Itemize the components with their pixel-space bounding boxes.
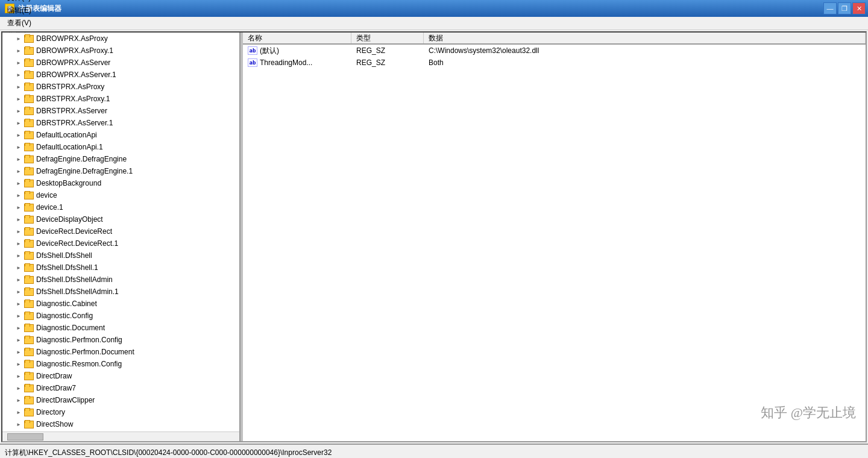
tree-item[interactable]: ►DirectShow	[2, 418, 239, 430]
tree-item[interactable]: ►DeviceRect.DeviceRect.1	[2, 237, 239, 249]
tree-item[interactable]: ►DirectDraw7	[2, 382, 239, 394]
tree-expand-icon[interactable]: ►	[14, 167, 23, 175]
menu-item-file[interactable]: 文件(F)	[2, 0, 43, 4]
folder-icon	[24, 46, 34, 55]
tree-expand-icon[interactable]: ►	[14, 360, 23, 368]
tree-item[interactable]: ►DirectDraw	[2, 370, 239, 382]
tree-expand-icon[interactable]: ►	[14, 408, 23, 416]
menu-item-view[interactable]: 查看(V)	[2, 17, 43, 30]
tree-item[interactable]: ►DeviceDisplayObject	[2, 213, 239, 225]
tree-item-label: DesktopBackground	[36, 179, 101, 187]
tree-expand-icon[interactable]: ►	[14, 287, 23, 296]
tree-item[interactable]: ►Diagnostic.Perfmon.Document	[2, 346, 239, 358]
right-row[interactable]: ab(默认)REG_SZC:\Windows\system32\oleaut32…	[243, 45, 866, 57]
tree-expand-icon[interactable]: ►	[14, 227, 23, 236]
right-cell-name-text: (默认)	[260, 46, 279, 56]
tree-item[interactable]: ►DeviceRect.DeviceRect	[2, 225, 239, 237]
menu-item-edit[interactable]: 编辑(E)	[2, 4, 43, 17]
folder-icon	[24, 119, 34, 127]
tree-expand-icon[interactable]: ►	[14, 215, 23, 224]
hscroll-thumb	[7, 433, 43, 441]
tree-expand-icon[interactable]: ►	[14, 34, 23, 43]
tree-item[interactable]: ►DBRSTPRX.AsServer.1	[2, 117, 239, 129]
tree-expand-icon[interactable]: ►	[14, 324, 23, 332]
tree-item[interactable]: ►Diagnostic.Perfmon.Config	[2, 334, 239, 346]
tree-item[interactable]: ►Diagnostic.Document	[2, 322, 239, 334]
right-cell-name: ab(默认)	[243, 45, 351, 57]
tree-item[interactable]: ►DBROWPRX.AsProxy.1	[2, 45, 239, 57]
tree-expand-icon[interactable]: ►	[14, 396, 23, 404]
tree-item-label: DBRSTPRX.AsProxy.1	[36, 95, 110, 103]
tree-expand-icon[interactable]: ►	[14, 131, 23, 139]
tree-item[interactable]: ►DBROWPRX.AsServer	[2, 57, 239, 69]
tree-expand-icon[interactable]: ►	[14, 95, 23, 103]
tree-expand-icon[interactable]: ►	[14, 239, 23, 248]
tree-item[interactable]: ►DfsShell.DfsShellAdmin.1	[2, 286, 239, 298]
restore-button[interactable]: ❐	[838, 2, 851, 14]
tree-item[interactable]: ►DfsShell.DfsShellAdmin	[2, 274, 239, 286]
tree-item[interactable]: ►Diagnostic.Config	[2, 310, 239, 322]
tree-item[interactable]: ►DirectDrawClipper	[2, 394, 239, 406]
tree-item[interactable]: ►device	[2, 189, 239, 201]
tree-expand-icon[interactable]: ►	[14, 348, 23, 356]
tree-item[interactable]: ►Diagnostic.Resmon.Config	[2, 358, 239, 370]
tree-expand-icon[interactable]: ►	[14, 143, 23, 151]
tree-item-label: DirectDraw7	[36, 384, 76, 392]
tree-expand-icon[interactable]: ►	[14, 155, 23, 163]
tree-expand-icon[interactable]: ►	[14, 300, 23, 308]
tree-item-label: DBRSTPRX.AsServer	[36, 107, 107, 115]
folder-icon	[24, 179, 34, 187]
tree-item[interactable]: ►DfsShell.DfsShell	[2, 249, 239, 262]
tree-expand-icon[interactable]: ►	[14, 71, 23, 79]
tree-item[interactable]: ►DefragEngine.DefragEngine.1	[2, 165, 239, 177]
col-header-type[interactable]: 类型	[351, 33, 424, 43]
tree-item-label: DfsShell.DfsShellAdmin.1	[36, 287, 119, 296]
right-cell-type: REG_SZ	[351, 57, 424, 68]
tree-item-label: DirectDraw	[36, 372, 72, 380]
tree-item[interactable]: ►DBRSTPRX.AsServer	[2, 105, 239, 117]
tree-expand-icon[interactable]: ►	[14, 191, 23, 199]
right-row[interactable]: abThreadingMod...REG_SZBoth	[243, 57, 866, 69]
col-header-name[interactable]: 名称	[243, 33, 351, 43]
tree-item-label: DeviceRect.DeviceRect	[36, 227, 112, 236]
tree-expand-icon[interactable]: ►	[14, 312, 23, 320]
minimize-button[interactable]: —	[823, 2, 837, 14]
tree-item[interactable]: ►device.1	[2, 201, 239, 213]
tree-expand-icon[interactable]: ►	[14, 83, 23, 91]
tree-item[interactable]: ►DfsShell.DfsShell.1	[2, 262, 239, 274]
tree-item[interactable]: ►Diagnostic.Cabinet	[2, 298, 239, 310]
tree-expand-icon[interactable]: ►	[14, 58, 23, 67]
tree-hscroll[interactable]	[2, 431, 239, 441]
folder-icon	[24, 372, 34, 380]
folder-icon	[24, 227, 34, 236]
tree-scroll[interactable]: ►DBROWPRX.AsProxy►DBROWPRX.AsProxy.1►DBR…	[2, 33, 239, 431]
tree-item[interactable]: ►DefragEngine.DefragEngine	[2, 153, 239, 165]
tree-item-label: DBRSTPRX.AsServer.1	[36, 119, 113, 127]
tree-item[interactable]: ►DBRSTPRX.AsProxy	[2, 81, 239, 93]
tree-expand-icon[interactable]: ►	[14, 384, 23, 392]
tree-expand-icon[interactable]: ►	[14, 420, 23, 428]
tree-expand-icon[interactable]: ►	[14, 275, 23, 284]
close-button[interactable]: ✕	[852, 2, 866, 14]
folder-icon	[24, 275, 34, 284]
tree-expand-icon[interactable]: ►	[14, 251, 23, 260]
tree-item[interactable]: ►DefaultLocationApi.1	[2, 141, 239, 153]
tree-expand-icon[interactable]: ►	[14, 336, 23, 344]
tree-expand-icon[interactable]: ►	[14, 119, 23, 127]
tree-item[interactable]: ►DBRSTPRX.AsProxy.1	[2, 93, 239, 105]
tree-expand-icon[interactable]: ►	[14, 203, 23, 212]
tree-item[interactable]: ►DBROWPRX.AsServer.1	[2, 69, 239, 81]
tree-expand-icon[interactable]: ►	[14, 46, 23, 55]
tree-item[interactable]: ►DefaultLocationApi	[2, 129, 239, 141]
tree-expand-icon[interactable]: ►	[14, 372, 23, 380]
tree-expand-icon[interactable]: ►	[14, 263, 23, 272]
tree-item[interactable]: ►DBROWPRX.AsProxy	[2, 33, 239, 45]
tree-item[interactable]: ►Directory	[2, 406, 239, 418]
folder-icon	[24, 312, 34, 320]
tree-expand-icon[interactable]: ►	[14, 107, 23, 115]
tree-expand-icon[interactable]: ►	[14, 179, 23, 187]
right-cell-name-text: ThreadingMod...	[260, 58, 312, 67]
col-header-data[interactable]: 数据	[424, 33, 866, 43]
tree-item-label: DBROWPRX.AsProxy.1	[36, 46, 113, 55]
tree-item[interactable]: ►DesktopBackground	[2, 177, 239, 189]
